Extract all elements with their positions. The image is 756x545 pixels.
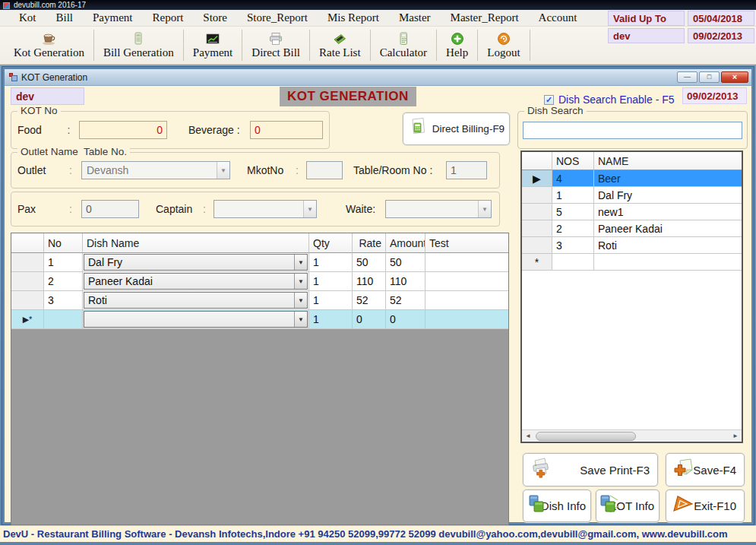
chevron-down-icon[interactable]: ▼ (294, 255, 307, 270)
dish-combobox[interactable]: Roti▼ (83, 291, 309, 310)
toolbar-calculator[interactable]: Calculator (371, 27, 436, 64)
menu-account[interactable]: Account (529, 11, 587, 24)
col-name[interactable]: NAME (594, 152, 742, 170)
cell-name[interactable]: Paneer Kadai (594, 220, 742, 237)
cell-test[interactable] (425, 291, 508, 310)
cell-qty[interactable]: 1 (309, 291, 353, 310)
dish-grid-horizontal-scrollbar[interactable]: ◄ ► (522, 429, 742, 442)
minimize-icon[interactable]: — (677, 71, 697, 83)
cell-nos[interactable] (552, 254, 594, 271)
dish-row[interactable]: 2 Paneer Kadai (522, 220, 742, 237)
cell-rate[interactable]: 52 (353, 291, 386, 310)
menu-store[interactable]: Store (193, 11, 237, 24)
cell-rate[interactable]: 50 (353, 253, 386, 272)
user-field[interactable]: dev (11, 87, 84, 105)
dish-search-enable[interactable]: ✓ Dish Search Enable - F5 (544, 93, 675, 106)
cell-rate[interactable]: 110 (353, 272, 386, 291)
toolbar-bill-generation[interactable]: Bill Generation (94, 27, 183, 64)
dish-new-row[interactable]: * (522, 254, 742, 271)
scroll-left-icon[interactable]: ◄ (522, 430, 534, 442)
dish-info-button[interactable]: Dish Info (523, 490, 591, 522)
cell-nos[interactable]: 2 (552, 220, 594, 237)
menu-mis-report[interactable]: Mis Report (318, 11, 389, 24)
toolbar-kot-generation[interactable]: Kot Generation (5, 27, 93, 64)
col-nos[interactable]: NOS (552, 152, 594, 170)
col-amount[interactable]: Amount (386, 233, 425, 253)
cell-amount[interactable]: 50 (386, 253, 425, 272)
scrollbar-thumb[interactable] (536, 432, 636, 441)
cell-nos[interactable]: 4 (552, 170, 594, 187)
menu-kot[interactable]: Kot (9, 11, 46, 24)
cell-name[interactable] (594, 254, 742, 271)
cell-test[interactable] (425, 253, 508, 272)
kot-window-titlebar[interactable]: KOT Generation — □ × (5, 69, 751, 86)
chevron-down-icon[interactable]: ▼ (294, 274, 307, 289)
menu-store-report[interactable]: Store_Report (237, 11, 318, 24)
cell-qty[interactable]: 1 (309, 310, 353, 329)
menu-report[interactable]: Report (143, 11, 194, 24)
toolbar-rate-list[interactable]: Rate List (310, 27, 370, 64)
dish-row[interactable]: 5 new1 (522, 204, 742, 220)
order-new-row[interactable]: ▶* ▼ 1 0 0 (11, 310, 508, 329)
cell-qty[interactable]: 1 (309, 272, 353, 291)
pax-input[interactable] (81, 200, 139, 218)
cell-no[interactable]: 3 (44, 291, 83, 310)
cell-no[interactable] (44, 310, 83, 329)
cell-nos[interactable]: 1 (552, 187, 594, 204)
chevron-down-icon[interactable]: ▼ (217, 162, 229, 179)
menu-payment[interactable]: Payment (83, 11, 143, 24)
waiter-combobox[interactable]: ▼ (385, 200, 492, 218)
food-kot-input[interactable] (79, 121, 167, 139)
scroll-right-icon[interactable]: ► (729, 430, 742, 442)
col-rate[interactable]: Rate (353, 233, 386, 253)
close-icon[interactable]: × (721, 71, 748, 83)
maximize-icon[interactable]: □ (699, 71, 720, 83)
cell-name[interactable]: Beer (594, 170, 742, 187)
order-row[interactable]: 2 Paneer Kadai▼ 1 110 110 (11, 272, 508, 291)
cell-amount[interactable]: 0 (386, 310, 425, 329)
captain-combobox[interactable]: ▼ (214, 200, 317, 218)
dish-combobox[interactable]: Dal Fry▼ (83, 253, 309, 272)
cell-amount[interactable]: 52 (386, 291, 425, 310)
cell-rate[interactable]: 0 (353, 310, 386, 329)
kot-date-field[interactable]: 09/02/2013 (682, 87, 747, 104)
col-no[interactable]: No (44, 233, 83, 253)
toolbar-help[interactable]: Help (437, 27, 477, 64)
cell-test[interactable] (425, 310, 508, 329)
dish-combobox[interactable]: ▼ (83, 310, 309, 329)
order-row[interactable]: 3 Roti▼ 1 52 52 (11, 291, 508, 310)
cell-name[interactable]: Roti (594, 237, 742, 254)
mkotno-input[interactable] (306, 161, 343, 179)
table-room-input[interactable] (446, 161, 487, 179)
os-titlebar[interactable]: devubill.com 2016-17 (0, 0, 756, 10)
cell-amount[interactable]: 110 (386, 272, 425, 291)
dish-combobox[interactable]: Paneer Kadai▼ (83, 272, 309, 291)
cell-name[interactable]: new1 (594, 204, 742, 220)
outlet-combobox[interactable]: Devansh ▼ (81, 161, 230, 179)
order-row[interactable]: 1 Dal Fry▼ 1 50 50 (11, 253, 508, 272)
save-button[interactable]: Save-F4 (666, 453, 745, 486)
beverage-kot-input[interactable] (250, 121, 323, 139)
toolbar-direct-bill[interactable]: Direct Bill (242, 27, 309, 64)
col-qty[interactable]: Qty (309, 233, 353, 253)
chevron-down-icon[interactable]: ▼ (478, 201, 491, 217)
col-test[interactable]: Test (425, 233, 508, 253)
kot-info-button[interactable]: KOT Info (596, 490, 660, 522)
save-print-button[interactable]: Save Print-F3 (523, 453, 658, 486)
menu-master-report[interactable]: Master_Report (441, 11, 529, 24)
cell-name[interactable]: Dal Fry (594, 187, 742, 204)
cell-no[interactable]: 1 (44, 253, 83, 272)
cell-nos[interactable]: 3 (552, 237, 594, 254)
col-dish-name[interactable]: Dish Name (83, 233, 309, 253)
direct-billing-button[interactable]: Direct Billing-F9 (403, 112, 510, 145)
chevron-down-icon[interactable]: ▼ (294, 312, 307, 327)
menu-master[interactable]: Master (389, 11, 441, 24)
menu-bill[interactable]: Bill (46, 11, 84, 24)
cell-test[interactable] (425, 272, 508, 291)
toolbar-payment[interactable]: Payment (184, 27, 242, 64)
checkbox-icon[interactable]: ✓ (544, 95, 554, 105)
dish-row[interactable]: 1 Dal Fry (522, 187, 742, 204)
chevron-down-icon[interactable]: ▼ (303, 201, 316, 217)
exit-button[interactable]: Exit-F10 (666, 490, 745, 522)
chevron-down-icon[interactable]: ▼ (294, 293, 307, 308)
